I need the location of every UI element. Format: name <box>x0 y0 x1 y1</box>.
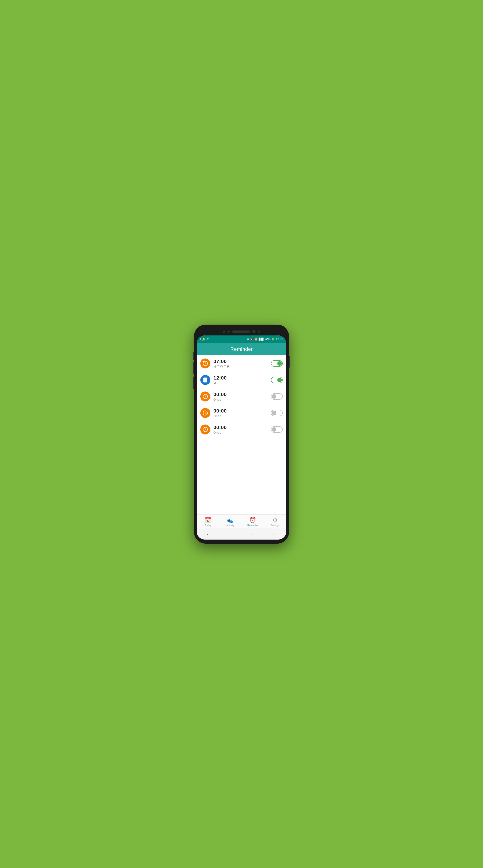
toggle-thumb-5 <box>272 427 276 432</box>
status-icons-left: f 🔑 T <box>200 338 209 341</box>
toggle-track-1 <box>271 360 283 367</box>
reminder-info-1: 07:00 M T W T F <box>214 359 271 368</box>
phone-device: f 🔑 T ✱ 🔇 📶 ▋▋▋ 66% 🔋 12:30 Reminder <box>194 324 289 544</box>
toggle-1[interactable] <box>271 360 283 367</box>
mute-icon: 🔇 <box>250 338 253 341</box>
volume-up-button <box>193 352 194 360</box>
toggle-thumb-1 <box>277 361 282 366</box>
reminder-nav-icon: ⏰ <box>249 517 256 523</box>
nav-label-reminder: Reminder <box>247 524 258 527</box>
toggle-thumb-2 <box>277 378 282 382</box>
bluetooth-icon: ✱ <box>247 338 249 341</box>
toggle-2[interactable] <box>271 377 283 383</box>
status-icons-right: ✱ 🔇 📶 ▋▋▋ 66% 🔋 12:30 <box>247 338 283 341</box>
bottom-nav: 📅 Today 👟 Activity ⏰ Reminder ⚙ Settings <box>197 515 286 528</box>
recent-apps-button[interactable]: ⌐ <box>228 532 230 536</box>
reminder-time-4: 00:00 <box>214 408 271 414</box>
reminder-time-2: 12:00 <box>214 375 271 381</box>
home-button[interactable]: □ <box>250 532 252 536</box>
calendar-icon: 📅 <box>205 517 211 523</box>
reminder-time-3: 00:00 <box>214 392 271 397</box>
system-nav: ● ⌐ □ ← <box>197 528 286 539</box>
top-dot-mid <box>227 331 230 333</box>
reminder-days-4: Once <box>214 414 271 418</box>
reminder-days-2: M T <box>214 381 271 385</box>
reminder-time-5: 00:00 <box>214 425 271 430</box>
toggle-thumb-3 <box>272 394 276 399</box>
t-icon: T <box>207 338 209 341</box>
nav-label-settings: Settings <box>271 524 280 527</box>
facebook-icon: f <box>200 338 201 341</box>
dot-button[interactable]: ● <box>207 533 208 535</box>
status-bar: f 🔑 T ✱ 🔇 📶 ▋▋▋ 66% 🔋 12:30 <box>197 336 286 343</box>
battery-icon: 🔋 <box>272 338 275 341</box>
bixby-button <box>193 377 194 389</box>
toggle-4[interactable] <box>271 410 283 416</box>
reminder-item-2[interactable]: 12:00 M T <box>197 372 286 388</box>
nav-item-settings[interactable]: ⚙ Settings <box>264 517 286 527</box>
signal-icon: ▋▋▋ <box>259 338 264 341</box>
reminder-info-5: 00:00 Once <box>214 425 271 434</box>
reminder-info-3: 00:00 Once <box>214 392 271 401</box>
nav-item-today[interactable]: 📅 Today <box>197 517 219 527</box>
reminder-icon-3 <box>200 392 210 401</box>
svg-point-0 <box>203 361 204 362</box>
reminder-icon-4 <box>200 408 210 418</box>
reminder-info-2: 12:00 M T <box>214 375 271 385</box>
nav-item-activity[interactable]: 👟 Activity <box>219 517 242 527</box>
toggle-thumb-4 <box>272 411 276 415</box>
reminder-icon-2 <box>200 375 210 385</box>
reminder-days-1: M T W T F <box>214 365 271 368</box>
phone-top-bar <box>197 329 286 336</box>
wifi-icon: 📶 <box>254 338 258 341</box>
settings-icon: ⚙ <box>273 517 278 523</box>
page-title: Reminder <box>230 346 253 352</box>
reminder-item-5[interactable]: 00:00 Once <box>197 421 286 438</box>
key-icon: 🔑 <box>202 338 205 341</box>
reminder-days-3: Once <box>214 398 271 401</box>
empty-content-area <box>197 438 286 515</box>
app-header: Reminder <box>197 343 286 355</box>
reminder-icon-5 <box>200 425 210 434</box>
clock: 12:30 <box>276 338 283 341</box>
volume-down-button <box>193 362 194 374</box>
reminder-days-5: Once <box>214 431 271 434</box>
reminder-item-1[interactable]: 07:00 M T W T F <box>197 355 286 372</box>
top-dot-right <box>258 331 260 333</box>
reminder-list: 07:00 M T W T F 12:00 M <box>197 355 286 438</box>
reminder-time-1: 07:00 <box>214 359 271 364</box>
reminder-item-3[interactable]: 00:00 Once <box>197 388 286 405</box>
toggle-5[interactable] <box>271 426 283 433</box>
toggle-3[interactable] <box>271 393 283 400</box>
nav-label-activity: Activity <box>226 524 234 527</box>
toggle-track-4 <box>271 410 283 416</box>
phone-speaker <box>232 331 250 333</box>
power-button <box>289 356 290 368</box>
reminder-info-4: 00:00 Once <box>214 408 271 418</box>
phone-camera <box>252 330 256 333</box>
reminder-icon-1 <box>200 359 210 368</box>
phone-screen: f 🔑 T ✱ 🔇 📶 ▋▋▋ 66% 🔋 12:30 Reminder <box>197 336 286 539</box>
toggle-track-2 <box>271 377 283 383</box>
activity-icon: 👟 <box>227 517 234 523</box>
reminder-item-4[interactable]: 00:00 Once <box>197 405 286 421</box>
nav-label-today: Today <box>205 524 211 527</box>
nav-item-reminder[interactable]: ⏰ Reminder <box>242 517 264 527</box>
toggle-track-5 <box>271 426 283 433</box>
battery-percent: 66% <box>265 338 270 341</box>
back-button[interactable]: ← <box>272 532 276 536</box>
top-dot-left <box>223 331 225 333</box>
toggle-track-3 <box>271 393 283 400</box>
